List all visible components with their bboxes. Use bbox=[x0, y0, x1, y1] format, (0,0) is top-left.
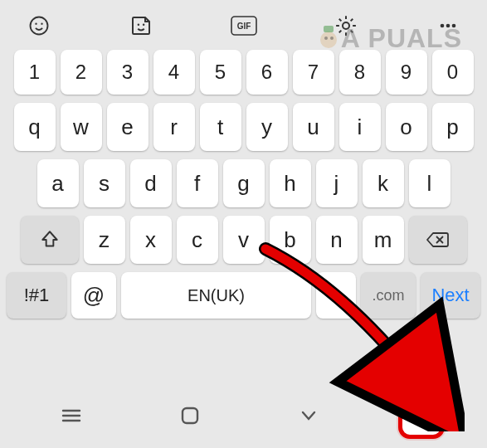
key-3[interactable]: 3 bbox=[107, 50, 149, 95]
key-c[interactable]: c bbox=[177, 216, 218, 264]
key-u[interactable]: u bbox=[293, 103, 334, 151]
key-2[interactable]: 2 bbox=[61, 50, 102, 95]
svg-point-27 bbox=[426, 412, 429, 415]
home-icon[interactable] bbox=[161, 399, 219, 432]
period-key[interactable]: . bbox=[316, 272, 356, 319]
key-x[interactable]: x bbox=[130, 216, 172, 264]
keyboard-switch-button[interactable] bbox=[398, 392, 445, 439]
key-h[interactable]: h bbox=[270, 159, 311, 207]
svg-point-24 bbox=[412, 412, 414, 415]
next-key[interactable]: Next bbox=[421, 272, 480, 319]
svg-point-20 bbox=[416, 407, 419, 410]
key-0[interactable]: 0 bbox=[432, 50, 474, 95]
navigation-bar bbox=[0, 383, 487, 448]
svg-point-19 bbox=[412, 407, 414, 410]
backspace-key[interactable] bbox=[409, 216, 467, 264]
svg-point-29 bbox=[412, 417, 414, 420]
svg-point-23 bbox=[431, 407, 434, 410]
svg-point-26 bbox=[421, 412, 424, 415]
key-b[interactable]: b bbox=[270, 216, 311, 264]
sticker-icon[interactable] bbox=[127, 12, 155, 40]
key-i[interactable]: i bbox=[339, 103, 381, 151]
svg-point-14 bbox=[452, 24, 456, 28]
key-j[interactable]: j bbox=[316, 159, 358, 207]
svg-point-31 bbox=[431, 417, 434, 420]
key-k[interactable]: k bbox=[363, 159, 404, 207]
key-6[interactable]: 6 bbox=[246, 50, 288, 95]
keyboard: 1 2 3 4 5 6 7 8 9 0 q w e r t y u i o p … bbox=[0, 46, 487, 319]
spacebar[interactable]: EN(UK) bbox=[121, 272, 311, 319]
svg-rect-18 bbox=[183, 408, 197, 423]
svg-point-7 bbox=[138, 24, 140, 27]
more-icon[interactable] bbox=[434, 12, 462, 40]
svg-rect-30 bbox=[416, 417, 429, 420]
key-p[interactable]: p bbox=[432, 103, 474, 151]
key-a[interactable]: a bbox=[37, 159, 79, 207]
key-9[interactable]: 9 bbox=[386, 50, 427, 95]
svg-point-5 bbox=[35, 23, 37, 25]
svg-point-21 bbox=[421, 407, 424, 410]
dotcom-key[interactable]: .com bbox=[361, 272, 416, 319]
key-s[interactable]: s bbox=[84, 159, 125, 207]
key-7[interactable]: 7 bbox=[293, 50, 334, 95]
emoji-icon[interactable] bbox=[25, 12, 53, 40]
key-5[interactable]: 5 bbox=[200, 50, 241, 95]
svg-point-12 bbox=[441, 24, 445, 28]
key-t[interactable]: t bbox=[200, 103, 241, 151]
key-o[interactable]: o bbox=[386, 103, 427, 151]
qwerty-row-1: q w e r t y u i o p bbox=[7, 103, 480, 151]
spacebar-row: !#1 @ EN(UK) . .com Next bbox=[7, 272, 480, 319]
key-y[interactable]: y bbox=[246, 103, 288, 151]
key-1[interactable]: 1 bbox=[14, 50, 56, 95]
svg-point-6 bbox=[41, 23, 42, 25]
svg-point-11 bbox=[343, 22, 349, 29]
key-n[interactable]: n bbox=[316, 216, 358, 264]
key-q[interactable]: q bbox=[14, 103, 56, 151]
recents-icon[interactable] bbox=[42, 399, 100, 432]
at-key[interactable]: @ bbox=[71, 272, 116, 319]
gear-icon[interactable] bbox=[332, 12, 360, 40]
svg-point-25 bbox=[416, 412, 419, 415]
key-f[interactable]: f bbox=[177, 159, 218, 207]
symbols-key[interactable]: !#1 bbox=[7, 272, 66, 319]
shift-key[interactable] bbox=[21, 216, 79, 264]
svg-point-4 bbox=[31, 17, 48, 35]
qwerty-row-2: a s d f g h j k l bbox=[7, 159, 480, 207]
key-m[interactable]: m bbox=[363, 216, 404, 264]
key-r[interactable]: r bbox=[153, 103, 195, 151]
key-z[interactable]: z bbox=[84, 216, 125, 264]
key-8[interactable]: 8 bbox=[339, 50, 381, 95]
svg-point-22 bbox=[426, 407, 429, 410]
svg-text:GIF: GIF bbox=[236, 22, 251, 31]
key-l[interactable]: l bbox=[409, 159, 450, 207]
key-4[interactable]: 4 bbox=[153, 50, 195, 95]
gif-icon[interactable]: GIF bbox=[230, 12, 258, 40]
svg-point-8 bbox=[143, 24, 145, 27]
key-w[interactable]: w bbox=[61, 103, 102, 151]
qwerty-row-3: z x c v b n m bbox=[7, 216, 480, 264]
key-g[interactable]: g bbox=[223, 159, 265, 207]
key-v[interactable]: v bbox=[223, 216, 265, 264]
back-icon[interactable] bbox=[280, 399, 338, 432]
keyboard-icon bbox=[409, 407, 434, 425]
svg-point-28 bbox=[431, 412, 434, 415]
svg-point-13 bbox=[446, 24, 450, 28]
key-d[interactable]: d bbox=[130, 159, 172, 207]
keyboard-toolbar: GIF bbox=[0, 0, 487, 46]
key-e[interactable]: e bbox=[107, 103, 149, 151]
number-row: 1 2 3 4 5 6 7 8 9 0 bbox=[7, 50, 480, 95]
